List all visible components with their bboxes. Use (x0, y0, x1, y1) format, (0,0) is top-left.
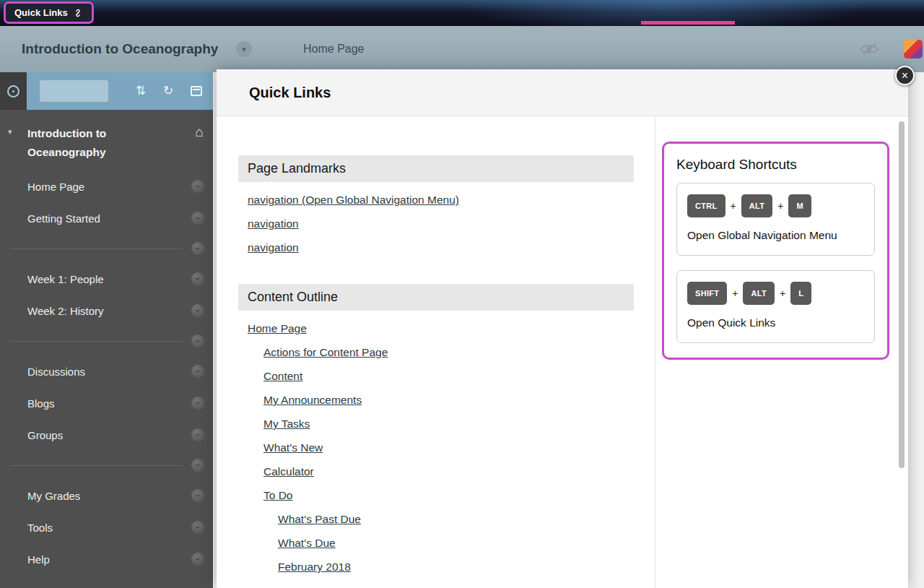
quick-links-label: Quick Links (14, 7, 68, 18)
quick-link-to-do[interactable]: To Do (263, 483, 293, 507)
shortcut-card: SHIFT+ALT+LOpen Quick Links (676, 270, 875, 343)
sidebar-item-label: Help (27, 553, 50, 566)
sidebar-item-week-2-history[interactable]: Week 2: History› (0, 295, 213, 327)
sidebar-item-label: Groups (27, 429, 63, 441)
sidebar-item-getting-started[interactable]: Getting Started› (0, 202, 213, 234)
sidebar-item-label: Getting Started (27, 212, 100, 225)
sidebar-divider: › (0, 234, 213, 263)
key-combo: CTRL+ALT+M (687, 194, 864, 217)
sidebar-item-label: Week 1: People (27, 273, 104, 285)
quick-links-modal: Quick Links × Page Landmarksnavigation (… (217, 69, 908, 588)
shortcut-description: Open Quick Links (687, 314, 864, 332)
sidebar-item-label: Home Page (27, 181, 84, 193)
chevron-down-icon[interactable]: › (191, 459, 204, 472)
sidebar-item-blogs[interactable]: Blogs› (0, 387, 213, 419)
sidebar-course-header: ▾ Introduction to Oceanography ⌂ (0, 110, 213, 170)
modal-body: Page Landmarksnavigation (Open Global Na… (217, 116, 908, 588)
sidebar-item-label: My Grades (27, 490, 80, 502)
keyboard-shortcuts-title: Keyboard Shortcuts (676, 157, 875, 173)
page-title: Home Page (303, 26, 365, 72)
chevron-down-icon[interactable]: › (191, 397, 204, 410)
view-toggle-button[interactable] (40, 80, 108, 102)
course-menu-button[interactable]: ▾ (236, 41, 252, 57)
modal-title: Quick Links (249, 85, 331, 101)
quick-link-home-page[interactable]: Home Page (248, 316, 307, 340)
keycap-ctrl: CTRL (687, 194, 725, 217)
quick-link-what-s-due[interactable]: What's Due (278, 531, 336, 555)
plus-separator: + (731, 200, 736, 212)
page: Quick Links Introduction to Oceanography… (0, 0, 924, 588)
keycap-l: L (790, 282, 811, 305)
sidebar-divider: › (0, 327, 213, 355)
sidebar-item-groups[interactable]: Groups› (0, 419, 213, 451)
section-header-content-outline: Content Outline (238, 284, 634, 311)
chevron-down-icon[interactable]: › (191, 365, 204, 378)
chevron-down-icon[interactable]: › (191, 304, 204, 317)
sidebar-item-help[interactable]: Help› (0, 543, 213, 575)
top-bar: Quick Links (0, 0, 924, 26)
chevron-down-icon[interactable]: › (191, 489, 204, 502)
chevron-down-icon[interactable]: › (191, 428, 204, 441)
column-separator (655, 116, 655, 588)
calendar-icon[interactable] (191, 86, 202, 96)
chevron-down-icon[interactable]: › (191, 272, 204, 285)
quick-links-button[interactable]: Quick Links (4, 1, 94, 24)
quick-link-my-tasks[interactable]: My Tasks (263, 412, 310, 436)
scrollbar-thumb[interactable] (899, 121, 905, 468)
keycap-m: M (788, 194, 811, 217)
quick-link-navigation[interactable]: navigation (248, 235, 299, 259)
sidebar-toolbar: ⇅ ↻ (0, 72, 213, 110)
sidebar: ⇅ ↻ ▾ Introduction to Oceanography ⌂ Hom… (0, 72, 213, 588)
link-list: Home PageActions for Content PageContent… (238, 311, 634, 581)
chevron-down-icon[interactable]: › (191, 242, 204, 255)
key-combo: SHIFT+ALT+L (687, 282, 864, 305)
quick-link-february-2018[interactable]: February 2018 (278, 555, 351, 579)
quick-link-what-s-new[interactable]: What's New (263, 436, 323, 459)
quick-link-what-s-past-due[interactable]: What's Past Due (278, 507, 361, 531)
quick-link-my-announcements[interactable]: My Announcements (263, 388, 362, 412)
quick-links-content: Page Landmarksnavigation (Open Global Na… (238, 116, 634, 581)
chevron-down-icon[interactable]: › (191, 553, 204, 566)
home-icon: ⌂ (196, 124, 204, 140)
hidden-eye-icon[interactable] (859, 42, 879, 59)
sidebar-item-my-grades[interactable]: My Grades› (0, 480, 213, 511)
sidebar-item-label: Discussions (27, 366, 85, 378)
plus-separator: + (780, 287, 785, 299)
shortcut-card: CTRL+ALT+MOpen Global Navigation Menu (676, 183, 875, 256)
keycap-alt: ALT (741, 194, 772, 217)
keycap-alt: ALT (743, 282, 774, 305)
shortcuts-column: Keyboard Shortcuts CTRL+ALT+MOpen Global… (662, 142, 889, 360)
quick-link-content[interactable]: Content (263, 364, 302, 388)
quick-link-navigation[interactable]: navigation (248, 212, 299, 235)
shortcut-description: Open Global Navigation Menu (687, 226, 864, 244)
shortcut-cards: CTRL+ALT+MOpen Global Navigation MenuSHI… (676, 183, 875, 343)
close-icon[interactable]: × (895, 66, 915, 85)
chevron-down-icon[interactable]: › (191, 180, 204, 193)
sidebar-item-label: Tools (27, 522, 53, 534)
keycap-shift: SHIFT (687, 282, 727, 305)
section-header-page-landmarks: Page Landmarks (238, 155, 634, 182)
sidebar-item-week-1-people[interactable]: Week 1: People› (0, 263, 213, 295)
plus-separator: + (777, 200, 783, 212)
refresh-icon[interactable]: ↻ (163, 72, 173, 110)
collapse-course-menu-icon[interactable] (0, 72, 27, 110)
quick-link-actions-for-content-page[interactable]: Actions for Content Page (263, 340, 388, 364)
sidebar-item-discussions[interactable]: Discussions› (0, 355, 213, 387)
plus-separator: + (732, 287, 738, 299)
chevron-down-icon[interactable]: › (191, 212, 204, 225)
sidebar-item-tools[interactable]: Tools› (0, 511, 213, 543)
chevron-down-icon[interactable]: › (191, 334, 204, 347)
sidebar-item-label: Week 2: History (27, 305, 104, 317)
chevron-down-icon[interactable]: › (191, 521, 204, 534)
sort-arrows-icon[interactable]: ⇅ (136, 72, 146, 110)
modal-scrollbar[interactable] (899, 121, 905, 584)
collapse-caret-icon[interactable]: ▾ (8, 127, 12, 137)
sidebar-item-label: Blogs (27, 397, 55, 410)
quick-link-calculator[interactable]: Calculator (263, 459, 314, 483)
sidebar-item-home-page[interactable]: Home Page› (0, 170, 213, 202)
sidebar-divider: › (0, 451, 213, 480)
course-header: Introduction to Oceanography ▾ Home Page (0, 26, 924, 72)
link-list: navigation (Open Global Navigation Menu)… (238, 182, 634, 262)
quick-link-navigation-open-global-navigation-menu[interactable]: navigation (Open Global Navigation Menu) (248, 188, 459, 212)
palette-icon[interactable] (904, 40, 923, 59)
